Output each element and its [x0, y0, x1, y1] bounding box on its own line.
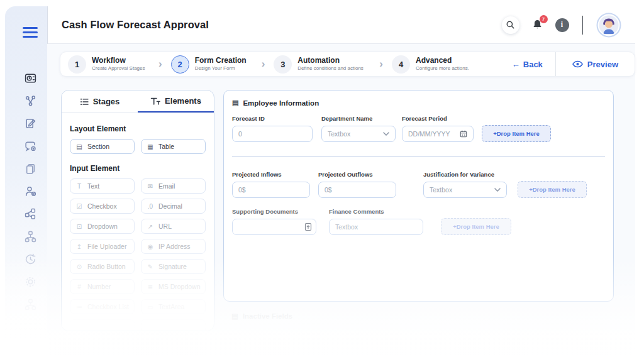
calendar-icon	[460, 130, 467, 138]
form-canvas-section: ▤ Employee Information Forecast ID Depar…	[223, 90, 614, 302]
hamburger-menu-icon[interactable]	[23, 27, 38, 40]
form-edit-icon[interactable]	[25, 118, 36, 129]
element-ms-dropdown[interactable]: ≣MS Dropdown	[141, 279, 206, 294]
chat-settings-icon[interactable]	[25, 140, 36, 152]
field-label: Finance Comments	[329, 208, 423, 215]
element-ip-address[interactable]: ◉IP Address	[141, 239, 206, 254]
element-section[interactable]: ▤Section	[70, 139, 135, 154]
input-element-heading: Input Element	[70, 164, 206, 173]
forecast-period-datepicker[interactable]: DD/MM/YYYY	[402, 126, 474, 142]
element-faded[interactable]	[141, 319, 206, 331]
element-signature[interactable]: ✎Signature	[141, 259, 206, 274]
element-table[interactable]: ▦Table	[141, 139, 206, 154]
search-button[interactable]	[502, 16, 519, 34]
documents-icon[interactable]	[25, 163, 36, 175]
element-text[interactable]: TText	[70, 178, 135, 194]
inactive-fields-section: ▤ Inactive Fields	[231, 312, 292, 321]
step-advanced[interactable]: 4 Advanced Configure more actions.	[392, 55, 486, 74]
step-label: Form Creation	[195, 57, 247, 65]
rail-icon-column	[19, 72, 42, 310]
chevron-right-icon: ›	[379, 58, 383, 70]
field-label: Forecast Period	[402, 115, 474, 122]
upload-button[interactable]	[304, 222, 313, 231]
settings-icon[interactable]	[25, 276, 36, 288]
element-number[interactable]: #Number	[70, 279, 135, 294]
field-label: Justification for Variance	[423, 171, 507, 178]
workflow-icon[interactable]	[25, 95, 36, 107]
left-rail	[5, 6, 47, 356]
step-sublabel: Configure more actions.	[416, 65, 469, 72]
step-sublabel: Define conditions and actions	[297, 65, 364, 72]
element-checkbox[interactable]: ☑Checkbox	[70, 199, 135, 214]
file-uploader-icon: ↥	[75, 243, 83, 250]
drop-zone[interactable]: +Drop Item Here	[441, 218, 511, 235]
step-workflow[interactable]: 1 Workflow Create Approval Stages	[68, 55, 148, 74]
step-label: Automation	[297, 57, 364, 65]
department-name-select[interactable]: Textbox	[321, 126, 396, 142]
user-settings-icon[interactable]	[25, 185, 36, 197]
file-upload-icon	[304, 222, 313, 231]
justification-select[interactable]: Textbox	[423, 182, 507, 198]
step-sublabel: Design Your Form	[195, 65, 247, 72]
avatar[interactable]	[596, 13, 621, 38]
search-icon	[506, 20, 515, 30]
section-icon: ▤	[75, 143, 83, 150]
projected-inflows-input[interactable]	[232, 182, 310, 198]
chevron-down-icon	[494, 188, 501, 192]
hierarchy-icon[interactable]	[25, 299, 36, 310]
finance-comments-input[interactable]	[329, 219, 423, 235]
element-textarea[interactable]: ▭TextArea	[141, 299, 206, 314]
table-icon: ▦	[147, 143, 154, 150]
step-number: 1	[68, 55, 86, 74]
org-chart-icon[interactable]	[25, 231, 36, 243]
element-faded[interactable]	[70, 319, 135, 331]
stepper-bar: 1 Workflow Create Approval Stages › 2 Fo…	[60, 52, 635, 77]
ms-dropdown-icon: ≣	[147, 283, 154, 290]
tab-label: Elements	[165, 96, 201, 106]
projected-outflows-input[interactable]	[318, 182, 396, 198]
notifications-button[interactable]: 7	[531, 19, 543, 31]
back-arrow-icon: ←	[512, 60, 520, 69]
checkbox-list-icon: ≔	[75, 304, 83, 310]
stages-list-icon	[80, 97, 89, 106]
step-number: 4	[392, 55, 410, 74]
history-icon[interactable]	[25, 253, 36, 265]
drop-zone[interactable]: +Drop Item Here	[518, 181, 587, 198]
field-label: Department Name	[321, 115, 396, 122]
layout-element-heading: Layout Element	[70, 124, 206, 133]
eye-icon	[572, 60, 583, 68]
step-number: 2	[171, 55, 189, 74]
section-title: Employee Information	[243, 99, 319, 107]
builder-side-panel: Stages Elements Layout Element ▤Section …	[61, 90, 214, 331]
element-url[interactable]: ↗URL	[141, 219, 206, 234]
forecast-id-input[interactable]	[232, 126, 313, 142]
checkbox-icon: ☑	[75, 203, 83, 210]
drop-zone[interactable]: +Drop Item Here	[482, 125, 551, 142]
element-decimal[interactable]: .0Decimal	[141, 199, 206, 214]
info-button[interactable]: i	[555, 18, 569, 32]
dashboard-icon[interactable]	[25, 72, 36, 84]
step-automation[interactable]: 3 Automation Define conditions and actio…	[274, 55, 369, 74]
field-label: Projected Outflows	[318, 171, 396, 178]
tab-elements[interactable]: Elements	[138, 90, 214, 112]
back-label: Back	[523, 60, 543, 69]
back-button[interactable]: ← Back	[512, 60, 543, 69]
text-elements-icon	[150, 97, 160, 106]
chevron-right-icon: ›	[158, 58, 162, 70]
element-file-uploader[interactable]: ↥File Uploader	[70, 239, 135, 254]
preview-button[interactable]: Preview	[556, 60, 635, 69]
step-label: Advanced	[416, 57, 469, 65]
radio-icon: ⊙	[75, 263, 83, 270]
textarea-icon: ▭	[147, 304, 154, 310]
app-header: Cash Flow Forecast Approval 7 i	[47, 6, 635, 44]
element-email[interactable]: ✉Email	[141, 178, 206, 194]
element-radio-button[interactable]: ⊙Radio Button	[70, 259, 135, 274]
step-label: Workflow	[92, 57, 145, 65]
step-form-creation[interactable]: 2 Form Creation Design Your Form	[171, 55, 252, 74]
network-icon[interactable]	[25, 208, 36, 220]
ip-address-icon: ◉	[147, 243, 154, 250]
page-title: Cash Flow Forecast Approval	[62, 19, 209, 31]
element-checkbox-list[interactable]: ≔Checkbox List	[70, 299, 135, 314]
tab-stages[interactable]: Stages	[62, 90, 138, 112]
element-dropdown[interactable]: ⊡Dropdown	[70, 219, 135, 234]
